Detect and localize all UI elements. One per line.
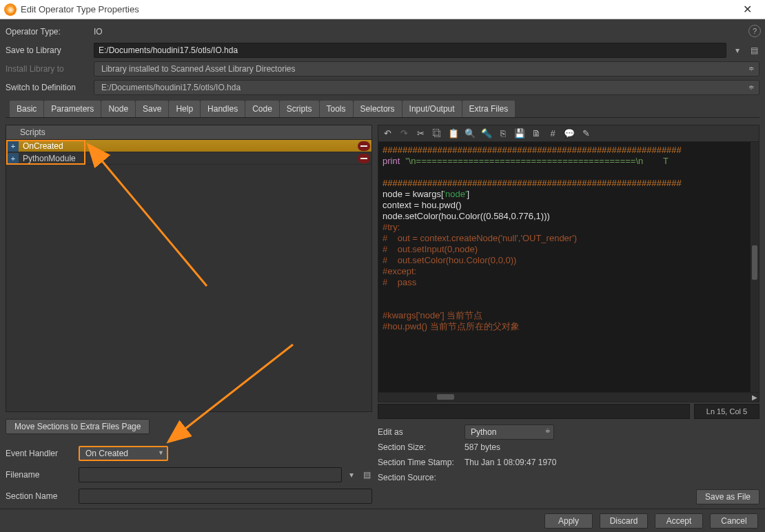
tag-icon[interactable]: # (547, 127, 559, 140)
operator-type-label: Operator Type: (6, 27, 88, 37)
code-token-string: "\n=====================================… (405, 156, 669, 166)
section-time-value: Thu Jan 1 08:09:47 1970 (465, 458, 556, 467)
search-icon[interactable]: 🔍 (464, 127, 476, 140)
section-name-input[interactable] (79, 489, 372, 504)
paste-icon[interactable]: 📋 (447, 127, 460, 140)
cancel-button[interactable]: Cancel (710, 513, 758, 529)
tab-selectors[interactable]: Selectors (354, 101, 402, 117)
section-size-label: Section Size: (378, 442, 465, 452)
script-name: PythonModule (20, 154, 358, 163)
delete-icon[interactable] (358, 154, 370, 163)
edit-as-combo[interactable]: Python ≑ (465, 424, 554, 440)
code-token-string: 'node' (444, 189, 467, 199)
install-library-to-label: Install Library to (6, 64, 88, 74)
code-editor[interactable]: ########################################… (378, 141, 759, 393)
script-name: OnCreated (20, 141, 358, 151)
cut-icon[interactable]: ✂ (414, 127, 427, 140)
code-line: #hou.pwd() 当前节点所在的父对象 (382, 321, 520, 331)
play-icon[interactable]: ▶ (752, 393, 757, 401)
move-sections-button[interactable]: Move Sections to Extra Files Page (6, 419, 150, 434)
browse-file-icon[interactable]: ▤ (748, 45, 759, 56)
switch-to-def-combo[interactable]: E:/Documents/houdini17.5/otls/IO.hda ≑ (94, 80, 759, 95)
code-toolbar: ↶ ↷ ✂ ⿻ 📋 🔍 🔦 ⎘ 💾 🗎 # 💬 ✎ (378, 125, 759, 141)
tab-parameters[interactable]: Parameters (44, 101, 101, 117)
replace-icon[interactable]: 🔦 (480, 127, 493, 140)
code-line: #try: (382, 222, 400, 232)
code-line: context = hou.pwd() (382, 200, 462, 210)
save-as-file-button[interactable]: Save as File (696, 489, 759, 504)
delete-icon[interactable] (358, 141, 370, 151)
vertical-scrollbar[interactable] (751, 142, 759, 392)
dialog-footer: Apply Discard Accept Cancel (0, 509, 765, 532)
save-to-library-input[interactable] (94, 43, 726, 58)
event-handler-value: On Created (85, 449, 128, 458)
scripts-header: Scripts (6, 125, 372, 139)
code-line: #kwargs['node'] 当前节点 (382, 310, 482, 320)
tab-bar: Basic Parameters Node Save Help Handles … (6, 101, 759, 118)
code-line: ########################################… (382, 178, 682, 188)
cursor-position: Ln 15, Col 5 (694, 404, 759, 419)
chevron-down-icon[interactable]: ▾ (732, 45, 743, 56)
switch-to-def-value: E:/Documents/houdini17.5/otls/IO.hda (101, 83, 241, 92)
code-line: ] (467, 189, 469, 199)
tab-tools[interactable]: Tools (320, 101, 353, 117)
tab-extra-files[interactable]: Extra Files (462, 101, 516, 117)
accept-button[interactable]: Accept (655, 513, 703, 529)
tab-input-output[interactable]: Input/Output (402, 101, 462, 117)
script-row-oncreated[interactable]: + OnCreated (6, 140, 371, 152)
switch-to-def-label: Switch to Definition (6, 83, 88, 92)
tab-basic[interactable]: Basic (10, 101, 43, 117)
code-line: # out.setInput(0,node) (382, 244, 478, 254)
tab-save[interactable]: Save (136, 101, 168, 117)
plus-icon[interactable]: + (8, 153, 19, 164)
filename-label: Filename (6, 470, 74, 480)
houdini-logo-icon (4, 3, 17, 16)
section-time-label: Section Time Stamp: (378, 458, 465, 467)
redo-icon[interactable]: ↷ (398, 127, 410, 140)
undo-icon[interactable]: ↶ (381, 127, 394, 140)
updown-icon: ≑ (545, 427, 551, 434)
edit-icon[interactable]: ✎ (580, 127, 592, 140)
install-library-to-combo[interactable]: Library installed to Scanned Asset Libra… (94, 61, 759, 76)
event-handler-combo[interactable]: On Created ▼ (79, 446, 168, 461)
tab-handles[interactable]: Handles (201, 101, 245, 117)
titlebar: Edit Operator Type Properties ✕ (0, 0, 765, 19)
main-area: Scripts + OnCreated + PythonModule Move … (0, 118, 765, 530)
edit-as-value: Python (471, 427, 496, 437)
save-to-library-label: Save to Library (6, 45, 88, 55)
filename-input[interactable] (79, 467, 342, 482)
help-icon[interactable]: ? (748, 25, 761, 37)
copy-icon[interactable]: ⿻ (431, 127, 443, 140)
tab-help[interactable]: Help (169, 101, 200, 117)
file-icon[interactable]: 🗎 (530, 127, 542, 140)
save-icon[interactable]: 💾 (513, 127, 526, 140)
apply-button[interactable]: Apply (544, 513, 593, 529)
close-icon[interactable]: ✕ (733, 3, 761, 16)
code-line: node.setColor(hou.Color((0.584,0.776,1))… (382, 211, 550, 221)
event-handler-label: Event Handler (6, 449, 74, 458)
code-line: ########################################… (382, 145, 682, 155)
section-name-label: Section Name (6, 491, 74, 501)
comment-icon[interactable]: 💬 (563, 127, 575, 140)
discard-button[interactable]: Discard (600, 513, 648, 529)
tab-scripts[interactable]: Scripts (280, 101, 319, 117)
window-title: Edit Operator Type Properties (21, 4, 139, 14)
section-info: Edit as Python ≑ Section Size: 587 bytes… (378, 424, 759, 504)
section-source-label: Section Source: (378, 473, 465, 482)
script-row-pythonmodule[interactable]: + PythonModule (6, 152, 371, 165)
left-pane: Scripts + OnCreated + PythonModule Move … (6, 125, 372, 527)
browse-file-icon[interactable]: ▤ (361, 469, 372, 480)
goto-icon[interactable]: ⎘ (497, 127, 509, 140)
chevron-down-icon[interactable]: ▾ (346, 469, 357, 480)
code-line: # out.setColor(hou.Color(0,0,0)) (382, 255, 516, 265)
plus-icon[interactable]: + (8, 141, 19, 152)
code-line: # out = context.createNode('null','OUT_r… (382, 233, 577, 243)
tab-code[interactable]: Code (245, 101, 279, 117)
status-input[interactable] (378, 404, 690, 419)
chevron-down-icon: ▼ (158, 449, 164, 456)
horizontal-scrollbar[interactable]: ▶ (378, 393, 759, 402)
code-line: node = kwargs[ (382, 189, 444, 199)
tab-node[interactable]: Node (101, 101, 135, 117)
scripts-list: + OnCreated + PythonModule (6, 139, 372, 412)
code-line: #except: (382, 266, 416, 276)
